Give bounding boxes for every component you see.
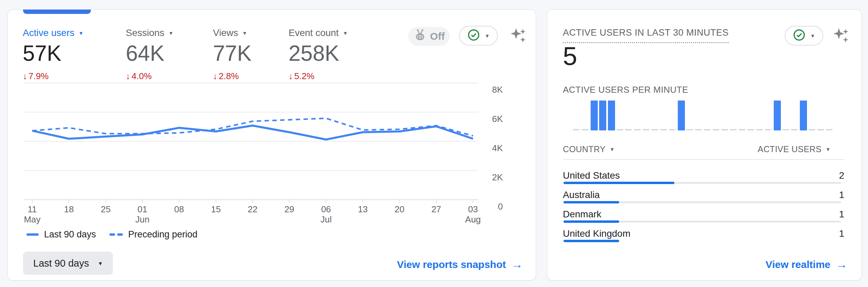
table-row: United Kingdom 1: [563, 228, 844, 243]
table-divider: [563, 159, 844, 160]
x-tick-label: 20: [384, 204, 415, 214]
country-bar: [564, 201, 841, 203]
table-row: Denmark 1: [563, 209, 844, 224]
x-tick-label: 22: [237, 204, 268, 214]
x-tick-label: 27: [421, 204, 452, 214]
metric-value: 64K: [126, 42, 164, 64]
x-tick-mark: [436, 199, 437, 203]
chevron-down-icon: ▼: [826, 147, 831, 152]
insights-sparkle-icon[interactable]: [509, 26, 528, 45]
minute-empty-dash: [625, 129, 632, 130]
table-row: United States 2: [563, 170, 844, 185]
minute-empty-dash: [713, 129, 719, 130]
x-tick-label: 29: [274, 204, 304, 214]
country-value: 1: [839, 228, 844, 239]
minute-empty-dash: [669, 129, 675, 130]
metric-value: 57K: [23, 42, 61, 64]
minute-empty-dash: [582, 129, 588, 130]
right-arrow-icon: →: [511, 258, 523, 271]
benchmarking-off-badge[interactable]: Off: [408, 27, 450, 46]
minute-empty-dash: [765, 129, 771, 130]
metric-label-text: Active users: [23, 28, 75, 38]
metric-event-count[interactable]: Event count ▼ 258K ↓5.2%: [289, 28, 348, 38]
medal-icon: [413, 28, 427, 45]
metric-label: Sessions ▼: [126, 28, 173, 38]
table-row: Australia 1: [563, 190, 844, 204]
minute-empty-dash: [617, 129, 623, 130]
active-tab-indicator: [23, 10, 91, 14]
metric-label-text: Views: [213, 28, 238, 38]
minute-bar: [774, 101, 781, 130]
country-column-header[interactable]: COUNTRY ▼: [563, 144, 615, 154]
trend-down-icon: ↓: [126, 71, 130, 81]
x-tick-mark: [289, 199, 290, 203]
chevron-down-icon[interactable]: ▼: [343, 31, 348, 36]
chevron-down-icon: ▼: [810, 33, 815, 38]
active-users-column-header[interactable]: ACTIVE USERS ▼: [758, 144, 831, 154]
dashed-line-swatch: [110, 233, 123, 236]
legend-label: Last 90 days: [44, 229, 96, 240]
minute-empty-dash: [739, 129, 745, 130]
metric-views[interactable]: Views ▼ 77K ↓2.8%: [213, 28, 247, 38]
x-tick-mark: [362, 199, 363, 203]
metric-delta: ↓7.9%: [23, 71, 48, 82]
minute-empty-dash: [756, 129, 763, 130]
country-value: 1: [839, 209, 844, 220]
reports-snapshot-card: Active users ▼ 57K ↓7.9% Sessions ▼ 64K …: [7, 10, 536, 281]
minute-bar: [608, 101, 615, 130]
minute-empty-dash: [748, 129, 754, 130]
chevron-down-icon: ▼: [610, 147, 615, 152]
minute-empty-dash: [695, 129, 702, 130]
insights-sparkle-icon[interactable]: [831, 26, 850, 45]
country-name: United States: [563, 170, 620, 181]
per-minute-bar-chart: [573, 99, 835, 130]
date-range-selector[interactable]: Last 90 days ▼: [23, 252, 113, 275]
metric-value: 77K: [213, 42, 252, 64]
minute-empty-dash: [643, 129, 649, 130]
chevron-down-icon[interactable]: ▼: [242, 31, 247, 36]
metric-delta: ↓5.2%: [289, 71, 314, 82]
check-circle-icon: [793, 29, 806, 43]
realtime-card: ACTIVE USERS IN LAST 30 MINUTES ▼ 5 ACTI…: [547, 10, 862, 281]
country-name: Denmark: [563, 209, 601, 220]
metric-active-users[interactable]: Active users ▼ 57K ↓7.9%: [23, 28, 83, 38]
right-arrow-icon: →: [836, 258, 847, 271]
trend-down-icon: ↓: [289, 71, 293, 81]
data-quality-button[interactable]: ▼: [785, 26, 823, 46]
country-value: 2: [839, 170, 844, 181]
minute-bar: [678, 101, 685, 130]
x-tick-label: 15: [201, 204, 231, 214]
metric-sessions[interactable]: Sessions ▼ 64K ↓4.0%: [126, 28, 173, 38]
x-tick-label: 13: [348, 204, 378, 214]
chevron-down-icon: ▼: [98, 261, 103, 266]
x-tick-mark: [68, 199, 69, 203]
x-tick-mark: [326, 199, 327, 203]
chevron-down-icon[interactable]: ▼: [169, 31, 174, 36]
chevron-down-icon[interactable]: ▼: [79, 31, 84, 36]
country-bar: [564, 240, 841, 242]
trend-down-icon: ↓: [23, 71, 27, 81]
check-circle-icon: [467, 29, 480, 43]
x-tick-mark: [105, 199, 106, 203]
country-bar: [564, 221, 841, 222]
trend-lines-svg: [24, 83, 478, 201]
view-realtime-link[interactable]: View realtime →: [766, 258, 847, 271]
minute-bar: [800, 101, 807, 130]
data-quality-button[interactable]: ▼: [459, 26, 498, 46]
view-reports-snapshot-link[interactable]: View reports snapshot →: [397, 258, 523, 271]
y-tick-label: 4K: [479, 143, 503, 154]
minute-bar: [591, 101, 598, 130]
minute-empty-dash: [783, 129, 789, 130]
realtime-table-header: COUNTRY ▼ ACTIVE USERS ▼: [563, 144, 831, 154]
x-tick-label: 03Aug: [458, 204, 488, 225]
country-name: Australia: [563, 190, 600, 200]
x-tick-label: 18: [54, 204, 84, 214]
x-tick-label: 11May: [17, 204, 47, 225]
x-tick-mark: [473, 199, 473, 203]
chevron-down-icon: ▼: [485, 33, 490, 38]
x-tick-mark: [179, 199, 179, 203]
minute-empty-dash: [791, 129, 797, 130]
x-tick-mark: [142, 199, 143, 203]
x-tick-mark: [216, 199, 216, 203]
minute-empty-dash: [687, 129, 693, 130]
